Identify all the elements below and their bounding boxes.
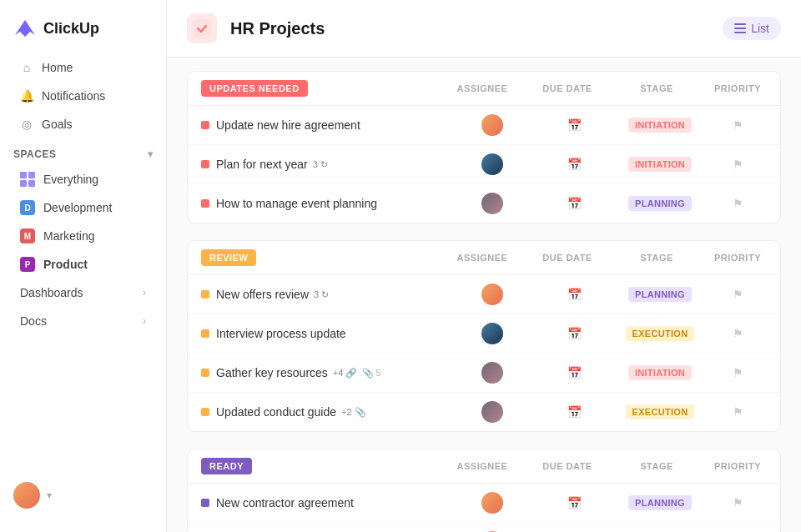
- task-row[interactable]: How to manage event planning 📅 PLANNING …: [188, 184, 780, 223]
- project-title: HR Projects: [230, 19, 325, 38]
- task-assignee: [455, 401, 530, 423]
- sidebar-item-everything-label: Everything: [43, 173, 98, 186]
- list-view-tab[interactable]: List: [723, 17, 781, 40]
- nav-home[interactable]: ⌂ Home: [7, 54, 159, 81]
- task-row[interactable]: Plan for next year 3 ↻ 📅 INITIATION ⚑: [188, 145, 780, 184]
- task-duedate: 📅: [537, 405, 612, 419]
- main-content: HR Projects List UPDATES NEEDED ASSIGNEE…: [167, 0, 801, 532]
- col-duedate-label-2: DUE DATE: [530, 461, 605, 471]
- col-stage-label-0: STAGE: [615, 83, 698, 93]
- group-updates-header: UPDATES NEEDED ASSIGNEE DUE DATE STAGE P…: [188, 72, 780, 106]
- sidebar-item-everything[interactable]: Everything: [7, 166, 159, 193]
- task-row[interactable]: Review new vendor list 📎 5 📅 EXECUTION ⚑: [188, 523, 780, 532]
- sidebar: ClickUp ⌂ Home 🔔 Notifications ◎ Goals S…: [0, 0, 167, 532]
- sidebar-item-marketing-label: Marketing: [43, 229, 94, 243]
- task-priority: ⚑: [708, 197, 767, 210]
- group-updates-needed: UPDATES NEEDED ASSIGNEE DUE DATE STAGE P…: [187, 71, 781, 223]
- col-assignee-label-0: ASSIGNEE: [445, 83, 520, 93]
- avatar: [481, 401, 503, 423]
- calendar-icon: 📅: [567, 405, 582, 419]
- col-stage-label-1: STAGE: [615, 253, 698, 263]
- avatar: [481, 492, 503, 514]
- dashboards-label: Dashboards: [20, 286, 83, 299]
- task-row[interactable]: Update new hire agreement 📅 INITIATION ⚑: [188, 106, 780, 145]
- dashboards-section[interactable]: Dashboards ›: [7, 279, 159, 306]
- avatar: [481, 114, 503, 136]
- docs-section[interactable]: Docs ›: [7, 308, 159, 334]
- user-menu-chevron-icon: ▾: [47, 489, 52, 501]
- attachment-count: 📎 5: [362, 368, 380, 379]
- task-name: How to manage event planning: [216, 197, 448, 210]
- nav-notifications-label: Notifications: [42, 89, 105, 103]
- bell-icon: 🔔: [20, 89, 33, 103]
- task-assignee: [455, 284, 530, 305]
- calendar-icon: 📅: [567, 118, 582, 132]
- task-assignee: [455, 492, 530, 514]
- task-stage: INITIATION: [618, 365, 702, 380]
- col-assignee-label-2: ASSIGNEE: [445, 461, 520, 471]
- task-assignee: [455, 362, 530, 384]
- nav-goals[interactable]: ◎ Goals: [7, 111, 159, 138]
- task-stage: PLANNING: [618, 287, 702, 302]
- task-stage: INITIATION: [618, 118, 702, 133]
- goals-icon: ◎: [20, 118, 33, 131]
- home-icon: ⌂: [20, 61, 33, 74]
- task-duedate: 📅: [537, 327, 612, 340]
- task-priority: ⚑: [708, 496, 767, 509]
- svg-marker-0: [15, 20, 35, 37]
- spaces-label: Spaces: [13, 148, 56, 160]
- task-badge: 3 ↻: [314, 289, 329, 300]
- task-duedate: 📅: [537, 197, 612, 210]
- avatar: [481, 323, 503, 344]
- task-color-dot: [201, 499, 209, 507]
- content-area: UPDATES NEEDED ASSIGNEE DUE DATE STAGE P…: [167, 58, 801, 532]
- task-name: Updated conduct guide +2 📎: [216, 405, 448, 419]
- clickup-logo-icon: [13, 17, 37, 40]
- task-stage: PLANNING: [618, 196, 702, 211]
- list-view-label: List: [751, 22, 769, 35]
- task-extra-badge: +4 🔗: [333, 368, 358, 379]
- task-priority: ⚑: [708, 366, 767, 379]
- svg-rect-2: [734, 23, 746, 25]
- col-priority-label-0: PRIORITY: [708, 83, 767, 93]
- stage-badge: INITIATION: [628, 365, 692, 380]
- svg-rect-1: [193, 19, 211, 38]
- dashboards-chevron-icon: ›: [143, 287, 146, 299]
- col-priority-label-2: PRIORITY: [708, 461, 767, 471]
- col-duedate-label-0: DUE DATE: [530, 83, 605, 93]
- sidebar-item-development[interactable]: D Development: [7, 194, 159, 221]
- nav-goals-label: Goals: [42, 118, 73, 131]
- priority-icon: ⚑: [733, 405, 743, 419]
- task-row[interactable]: Updated conduct guide +2 📎 📅 EXECUTION ⚑: [188, 393, 780, 431]
- development-icon: D: [20, 200, 35, 215]
- task-priority: ⚑: [708, 118, 767, 132]
- sidebar-user[interactable]: ▾: [0, 472, 166, 519]
- nav-notifications[interactable]: 🔔 Notifications: [7, 83, 159, 109]
- col-priority-label-1: PRIORITY: [708, 253, 767, 263]
- spaces-section-header: Spaces ▾: [0, 138, 166, 165]
- avatar: [481, 193, 503, 214]
- task-assignee: [455, 323, 530, 344]
- task-color-dot: [201, 329, 209, 338]
- ready-badge: READY: [201, 458, 252, 474]
- priority-icon: ⚑: [733, 118, 743, 132]
- task-priority: ⚑: [708, 158, 767, 171]
- task-color-dot: [201, 160, 209, 168]
- task-row[interactable]: Gather key resources +4 🔗 📎 5 📅 INITIATI…: [188, 354, 780, 393]
- calendar-icon: 📅: [567, 366, 582, 379]
- priority-icon: ⚑: [733, 366, 743, 379]
- docs-chevron-icon: ›: [143, 315, 146, 327]
- sidebar-item-product[interactable]: P Product: [7, 251, 159, 278]
- task-row[interactable]: New contractor agreement 📅 PLANNING ⚑: [188, 484, 780, 523]
- task-color-dot: [201, 290, 209, 299]
- stage-badge: PLANNING: [628, 196, 692, 211]
- avatar: [481, 362, 503, 384]
- svg-rect-4: [734, 32, 746, 33]
- sidebar-item-product-label: Product: [43, 258, 88, 271]
- task-row[interactable]: New offers review 3 ↻ 📅 PLANNING ⚑: [188, 275, 780, 314]
- sidebar-item-marketing[interactable]: M Marketing: [7, 223, 159, 249]
- page-header: HR Projects List: [167, 0, 801, 58]
- task-assignee: [455, 114, 530, 136]
- calendar-icon: 📅: [567, 327, 582, 340]
- task-row[interactable]: Interview process update 📅 EXECUTION ⚑: [188, 314, 780, 354]
